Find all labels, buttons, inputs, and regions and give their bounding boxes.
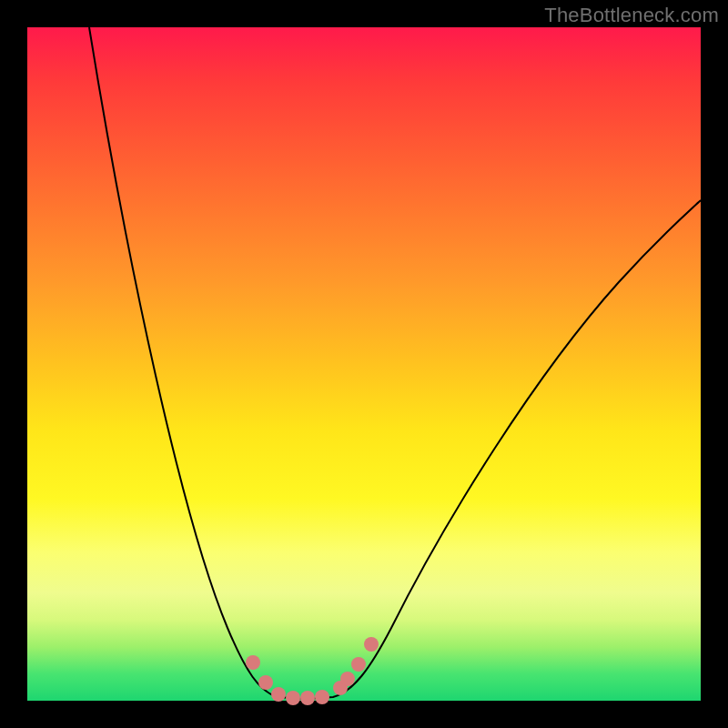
marker-dot [315, 690, 329, 704]
marker-dot [351, 657, 366, 672]
chart-stage: TheBottleneck.com [0, 0, 728, 728]
marker-dot [340, 672, 355, 686]
curve-left-branch [89, 27, 306, 699]
plot-svg [27, 27, 701, 701]
curve-right-branch [306, 200, 701, 699]
marker-dot [300, 691, 315, 705]
marker-dot [286, 691, 300, 705]
marker-dot [246, 655, 260, 670]
marker-dot [271, 687, 286, 702]
plot-area [27, 27, 701, 701]
watermark-text: TheBottleneck.com [544, 4, 719, 27]
marker-dot [364, 637, 379, 652]
marker-dot [258, 675, 273, 690]
